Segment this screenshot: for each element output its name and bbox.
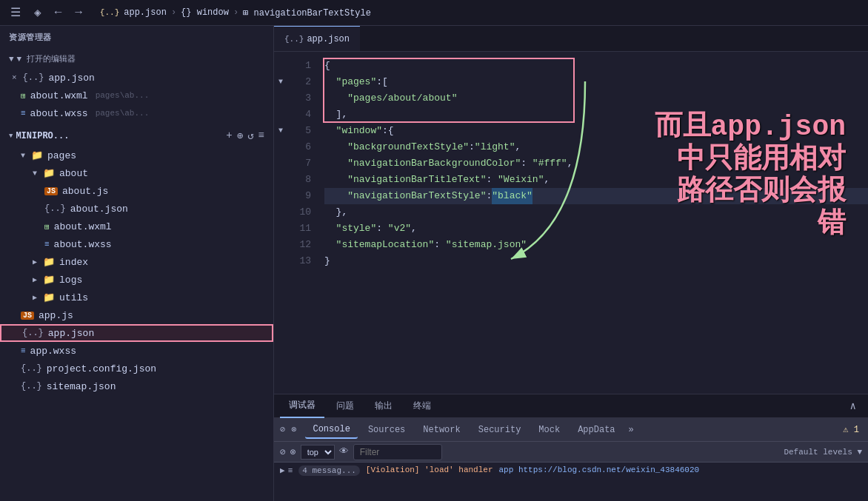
line7-colon: : [521, 155, 533, 172]
open-editors-header[interactable]: ▼ ▼ 打开的编辑器 [0, 49, 273, 69]
collapse-icon[interactable]: ≡ [258, 130, 264, 142]
line8-colon: : [486, 172, 498, 188]
top-bar-icons: ☰ ◈ ← → [7, 4, 85, 21]
line2-colon: :[ [376, 74, 388, 90]
tab-problems[interactable]: 问题 [327, 394, 363, 418]
fold-arrow-window[interactable]: ▼ [274, 123, 287, 139]
devtools-tab-sources[interactable]: Sources [361, 422, 413, 438]
breadcrumb-window[interactable]: {} window [181, 7, 229, 18]
fold-none-13 [274, 253, 287, 269]
breadcrumb-prop[interactable]: ⊞ navigationBarTextStyle [243, 7, 371, 19]
tree-sitemap-json[interactable]: {..} sitemap.json [0, 377, 273, 395]
devtools-tab-appdata[interactable]: AppData [570, 422, 622, 438]
line11-style-key: "style" [324, 221, 376, 237]
forward-icon[interactable]: → [72, 4, 85, 21]
ln-11: 11 [287, 221, 311, 237]
console-filter-icon[interactable]: ⊗ [290, 446, 296, 458]
code-line-12: "sitemapLocation": "sitemap.json" [324, 237, 868, 253]
index-folder-label: index [59, 257, 88, 268]
tab-debugger[interactable]: 调试器 [280, 394, 324, 418]
utils-chevron: ▶ [33, 293, 37, 302]
fold-arrow-pages[interactable]: ▼ [274, 74, 287, 90]
line10-brace: }, [324, 204, 347, 221]
tree-about-json[interactable]: {..} about.json [0, 200, 273, 218]
code-content[interactable]: { "pages":[ "pages/about/about" ], [317, 52, 868, 394]
tree-project-config[interactable]: {..} project.config.json [0, 360, 273, 377]
about-wxss-path: pages\ab... [96, 109, 150, 118]
breadcrumb-sep1: › [171, 7, 176, 18]
devtools-more-icon[interactable]: » [629, 425, 634, 435]
devtools-tab-security[interactable]: Security [471, 422, 529, 438]
ln-13: 13 [287, 253, 311, 269]
line12-sitemap-key: "sitemapLocation" [324, 237, 434, 253]
about-chevron: ▼ [33, 169, 37, 178]
pages-folder-label: pages [47, 150, 76, 161]
close-icon[interactable]: × [12, 73, 17, 82]
open-file-app-json[interactable]: × {..} app.json [0, 69, 273, 87]
line7-navbg-val: "#fff" [533, 155, 567, 172]
tree-about-wxss[interactable]: ≡ about.wxss [0, 235, 273, 253]
bookmark-icon[interactable]: ◈ [31, 4, 44, 21]
app-json-label: app.json [48, 328, 94, 339]
back-icon[interactable]: ← [52, 4, 65, 21]
tree-utils-folder[interactable]: ▶ 📁 utils [0, 289, 273, 306]
tree-pages-folder[interactable]: ▼ 📁 pages [0, 147, 273, 164]
tree-app-json-selected[interactable]: {..} app.json [0, 324, 273, 342]
code-line-8: "navigationBarTitleText": "Weixin", [324, 172, 868, 188]
about-wxml-path: pages\ab... [96, 91, 150, 100]
about-wxss-icon: ≡ [44, 240, 50, 249]
tree-app-wxss[interactable]: ≡ app.wxss [0, 342, 273, 360]
sidebar: 资源管理器 ▼ ▼ 打开的编辑器 × {..} app.json ⊞ about… [0, 26, 274, 501]
code-line-11: "style": "v2", [324, 221, 868, 237]
tree-app-js[interactable]: JS app.js [0, 306, 273, 324]
line6-comma: , [515, 139, 521, 155]
line-numbers: 1 2 3 4 5 6 7 8 9 10 11 12 13 [287, 52, 317, 394]
add-file-icon[interactable]: + [226, 130, 232, 142]
tab-terminal[interactable]: 终端 [404, 394, 440, 418]
devtools-stop-icon[interactable]: ⊗ [291, 424, 296, 435]
sitemap-label: sitemap.json [47, 381, 116, 392]
code-editor[interactable]: ▼ ▼ 1 2 3 4 [274, 52, 868, 394]
code-line-5: "window":{ [324, 123, 868, 139]
line8-navtitle-key: "navigationBarTitleText" [324, 172, 486, 188]
panel-collapse-icon[interactable]: ∧ [844, 397, 862, 415]
line11-colon: : [376, 221, 388, 237]
app-js-icon: JS [21, 312, 34, 320]
add-folder-icon[interactable]: ⊕ [237, 130, 243, 142]
open-about-wxml-label: about.wxml [30, 90, 88, 101]
tree-about-js[interactable]: JS about.js [0, 182, 273, 200]
console-violation-msg: [Violation] 'load' handler [366, 465, 493, 474]
tree-about-wxml[interactable]: ⊞ about.wxml [0, 218, 273, 235]
line11-comma: , [411, 221, 417, 237]
about-folder-icon: 📁 [43, 167, 55, 179]
devtools-tab-console[interactable]: Console [305, 421, 357, 439]
breadcrumb-file[interactable]: app.json [124, 7, 167, 18]
refresh-icon[interactable]: ↺ [247, 130, 253, 142]
line1-brace: { [324, 58, 330, 74]
default-levels-btn[interactable]: Default levels ▼ [784, 448, 862, 457]
line12-colon: : [434, 237, 446, 253]
console-context-select[interactable]: top [301, 445, 335, 460]
devtools-tab-mock[interactable]: Mock [531, 422, 567, 438]
line9-navtext-val: "black" [492, 188, 533, 204]
logs-folder-icon: 📁 [43, 274, 55, 286]
console-filter-input[interactable] [353, 444, 442, 460]
tab-output[interactable]: 输出 [366, 394, 401, 418]
menu-icon[interactable]: ☰ [7, 4, 24, 21]
folder-chevron-pages: ▼ [21, 152, 25, 160]
console-eye-icon[interactable]: 👁 [339, 446, 349, 457]
mock-tab-label: Mock [538, 425, 560, 435]
tree-about-folder[interactable]: ▼ 📁 about [0, 164, 273, 182]
fold-arrows-col: ▼ ▼ [274, 52, 287, 394]
devtools-tab-network[interactable]: Network [415, 422, 467, 438]
devtools-back-icon[interactable]: ⊘ [280, 424, 285, 435]
tree-index-folder[interactable]: ▶ 📁 index [0, 253, 273, 271]
js-icon: JS [44, 187, 58, 195]
open-file-about-wxml[interactable]: ⊞ about.wxml pages\ab... [0, 87, 273, 104]
tab-app-json[interactable]: {..} app.json [274, 26, 360, 51]
console-clear-icon[interactable]: ⊘ [280, 446, 286, 458]
tree-logs-folder[interactable]: ▶ 📁 logs [0, 271, 273, 289]
open-file-about-wxss[interactable]: ≡ about.wxss pages\ab... [0, 104, 273, 122]
project-header-row: ▼ MINIPRO... + ⊕ ↺ ≡ [0, 125, 273, 147]
console-url-link[interactable]: app https://blog.csdn.net/weixin_4384602… [499, 465, 700, 474]
